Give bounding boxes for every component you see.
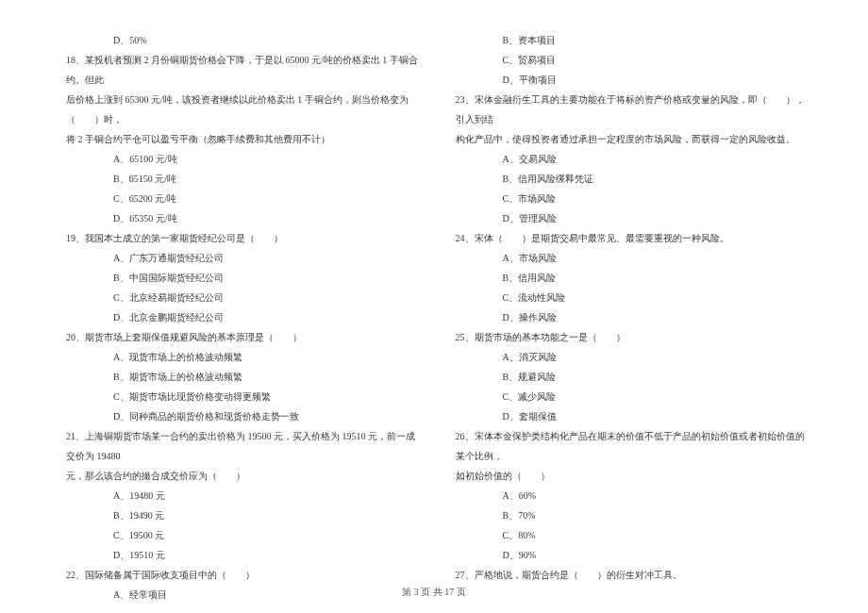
question-21-line2: 元，那么该合约的撮合成交价应为（ ） xyxy=(57,466,423,486)
question-26-line1: 26、宋体本金保护类结构化产品在期末的价值不低于产品的初始价值或者初始价值的某个… xyxy=(446,426,812,466)
option-18d: D、65350 元/吨 xyxy=(57,208,423,228)
option-17d: D、50% xyxy=(57,30,423,50)
option-25b: B、规避风险 xyxy=(446,367,812,387)
option-24b: B、信用风险 xyxy=(446,268,812,288)
question-19: 19、我国本土成立的第一家期货经纪公司是（ ） xyxy=(57,228,423,248)
option-19a: A、广东万通期货经纪公司 xyxy=(57,248,423,268)
option-26d: D、90% xyxy=(446,545,812,565)
option-24a: A、市场风险 xyxy=(446,248,812,268)
page-container: D、50% 18、某投机者预测 2 月份铜期货价格会下降，于是以 65000 元… xyxy=(0,0,868,613)
option-26a: A、60% xyxy=(446,486,812,505)
question-22: 22、国际储备属于国际收支项目中的（ ） xyxy=(57,565,423,585)
option-24d: D、操作风险 xyxy=(446,307,812,327)
option-18a: A、65100 元/吨 xyxy=(57,149,423,169)
left-column: D、50% 18、某投机者预测 2 月份铜期货价格会下降，于是以 65000 元… xyxy=(57,30,437,605)
question-25: 25、期货市场的基本功能之一是（ ） xyxy=(446,327,812,347)
question-21-line1: 21、上海铜期货市场某一合约的卖出价格为 19500 元，买入价格为 19510… xyxy=(57,426,423,466)
question-18-line1: 18、某投机者预测 2 月份铜期货价格会下降，于是以 65000 元/吨的价格卖… xyxy=(57,50,423,90)
right-column: B、资本项目 C、贸易项目 D、平衡项目 23、宋体金融衍生工具的主要功能在于将… xyxy=(437,30,812,605)
question-23-line1: 23、宋体金融衍生工具的主要功能在于将标的资产价格或变量的风险，即（ ），引入到… xyxy=(446,90,812,129)
question-26-line2: 如初始价值的（ ） xyxy=(446,466,812,486)
question-18-line3: 将 2 手铜合约平仓可以盈亏平衡（忽略手续费和其他费用不计） xyxy=(57,129,423,149)
option-19c: C、北京经易期货经纪公司 xyxy=(57,288,423,307)
option-21a: A、19480 元 xyxy=(57,486,423,505)
option-25d: D、套期保值 xyxy=(446,406,812,426)
option-23b: B、信用风险缓释凭证 xyxy=(446,169,812,189)
option-25c: C、减少风险 xyxy=(446,387,812,406)
option-21d: D、19510 元 xyxy=(57,545,423,565)
option-26c: C、80% xyxy=(446,525,812,545)
option-22b: B、资本项目 xyxy=(446,30,812,50)
question-18-line2: 后价格上涨到 65300 元/吨，该投资者继续以此价格卖出 1 手铜合约，则当价… xyxy=(57,90,423,129)
question-23-line2: 构化产品中，使得投资者通过承担一定程度的市场风险，而获得一定的风险收益。 xyxy=(446,129,812,149)
option-20a: A、现货市场上的价格波动频繁 xyxy=(57,347,423,367)
option-20c: C、期货市场比现货价格变动得更频繁 xyxy=(57,387,423,406)
page-footer: 第 3 页 共 17 页 xyxy=(0,586,868,599)
option-22d: D、平衡项目 xyxy=(446,70,812,90)
option-18b: B、65150 元/吨 xyxy=(57,169,423,189)
option-20b: B、期货市场上的价格波动频繁 xyxy=(57,367,423,387)
option-26b: B、70% xyxy=(446,505,812,525)
option-21b: B、19490 元 xyxy=(57,505,423,525)
option-24c: C、流动性风险 xyxy=(446,288,812,307)
option-20d: D、同种商品的期货价格和现货价格走势一致 xyxy=(57,406,423,426)
option-21c: C、19500 元 xyxy=(57,525,423,545)
question-24: 24、宋体（ ）是期货交易中最常见、最需要重视的一种风险。 xyxy=(446,228,812,248)
question-27: 27、严格地说，期货合约是（ ）的衍生对冲工具。 xyxy=(446,565,812,585)
option-23a: A、交易风险 xyxy=(446,149,812,169)
option-23c: C、市场风险 xyxy=(446,189,812,208)
option-25a: A、消灭风险 xyxy=(446,347,812,367)
option-19d: D、北京金鹏期货经纪公司 xyxy=(57,307,423,327)
option-19b: B、中国国际期货经纪公司 xyxy=(57,268,423,288)
option-18c: C、65200 元/吨 xyxy=(57,189,423,208)
question-20: 20、期货市场上套期保值规避风险的基本原理是（ ） xyxy=(57,327,423,347)
option-22c: C、贸易项目 xyxy=(446,50,812,70)
option-23d: D、管理风险 xyxy=(446,208,812,228)
